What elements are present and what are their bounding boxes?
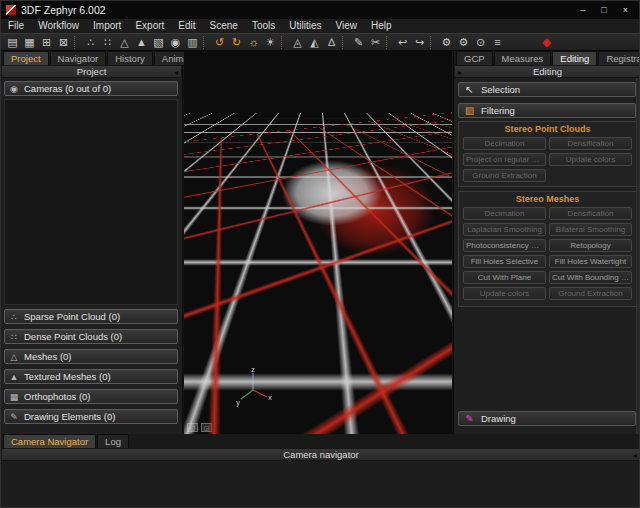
- mesh-update-colors-button[interactable]: Update colors: [463, 287, 546, 300]
- toolbar-separator: [342, 36, 348, 49]
- sliders-icon[interactable]: ≡: [489, 35, 506, 50]
- menu-import[interactable]: Import: [86, 19, 128, 33]
- cut-with-bounding-box-button[interactable]: Cut With Bounding Box: [549, 271, 632, 284]
- menu-view[interactable]: View: [329, 19, 365, 33]
- import-photos-icon[interactable]: ⊞: [38, 35, 55, 50]
- menu-export[interactable]: Export: [128, 19, 171, 33]
- mesh-icon[interactable]: △: [116, 35, 133, 50]
- titlebar: 3DF Zephyr 6.002 – □ ×: [1, 1, 640, 19]
- cameras-item[interactable]: ◉ Cameras (0 out of 0): [4, 81, 178, 96]
- sparse-cloud-icon[interactable]: ∴: [82, 35, 99, 50]
- cut-icon[interactable]: ✂: [367, 35, 384, 50]
- menu-utilities[interactable]: Utilities: [282, 19, 328, 33]
- viewport-3d[interactable]: z x y ◱ ◲: [184, 51, 452, 434]
- project-tree-area[interactable]: [4, 99, 178, 305]
- tab-navigator[interactable]: Navigator: [50, 51, 107, 65]
- orthophoto-icon[interactable]: ▧: [150, 35, 167, 50]
- viewport-mini-buttons: ◱ ◲: [187, 423, 212, 432]
- gear-icon[interactable]: ⚙: [438, 35, 455, 50]
- menu-workflow[interactable]: Workflow: [31, 19, 86, 33]
- plane-tool-icon[interactable]: ◭: [306, 35, 323, 50]
- camera-icon[interactable]: ◉: [167, 35, 184, 50]
- selection-button[interactable]: ↖ Selection: [458, 82, 636, 97]
- selection-button-label: Selection: [481, 84, 520, 95]
- axis-y-line: [241, 390, 253, 399]
- save-project-icon[interactable]: ▦: [21, 35, 38, 50]
- menu-edit[interactable]: Edit: [171, 19, 202, 33]
- drawing-pen-icon: ✎: [464, 413, 475, 424]
- tab-project[interactable]: Project: [3, 51, 49, 65]
- drawing-elements-item[interactable]: ✎ Drawing Elements (0): [4, 409, 178, 424]
- pc-decimation-button[interactable]: Decimation: [463, 137, 546, 150]
- dense-point-clouds-item[interactable]: ∷ Dense Point Clouds (0): [4, 329, 178, 344]
- pc-ground-extraction-button[interactable]: Ground Extraction: [463, 169, 546, 182]
- viewport-toggle-2-button[interactable]: ◲: [201, 423, 212, 432]
- right-panel: GCP Measures Editing Registration Editin…: [453, 51, 640, 434]
- laplacian-smoothing-button[interactable]: Laplacian Smoothing: [463, 223, 546, 236]
- measure-icon[interactable]: ∆: [323, 35, 340, 50]
- orbit-ccw-icon[interactable]: ↺: [211, 35, 228, 50]
- fill-holes-selective-button[interactable]: Fill Holes Selective: [463, 255, 546, 268]
- menu-scene[interactable]: Scene: [203, 19, 245, 33]
- tab-camera-navigator[interactable]: Camera Navigator: [3, 434, 96, 448]
- textured-meshes-item[interactable]: ▲ Textured Meshes (0): [4, 369, 178, 384]
- tab-registration[interactable]: Registration: [598, 51, 640, 65]
- lamp-icon[interactable]: ☀: [262, 35, 279, 50]
- collapse-left-panel-icon[interactable]: ◂: [174, 67, 178, 78]
- tab-gcp[interactable]: GCP: [456, 51, 493, 65]
- meshes-item[interactable]: △ Meshes (0): [4, 349, 178, 364]
- drawing-button-label: Drawing: [481, 413, 516, 424]
- minimize-button[interactable]: –: [580, 5, 585, 15]
- gear2-icon[interactable]: ⚙: [455, 35, 472, 50]
- drawing-button[interactable]: ✎ Drawing: [458, 411, 636, 426]
- target-icon[interactable]: ⊙: [472, 35, 489, 50]
- bilateral-smoothing-button[interactable]: Bilateral Smoothing: [549, 223, 632, 236]
- editing-panel-title: Editing: [533, 66, 562, 77]
- orthophoto-icon: ▦: [9, 392, 19, 402]
- stereo-meshes-title: Stereo Meshes: [459, 192, 636, 204]
- stereo-point-clouds-buttons: Decimation Densification Project on regu…: [459, 134, 636, 185]
- collapse-right-panel-icon[interactable]: ▸: [458, 67, 462, 78]
- sparse-cloud-icon: ∴: [9, 312, 19, 322]
- collapse-bottom-panel-icon[interactable]: ◂: [633, 450, 637, 461]
- pc-project-on-regular-grid-button[interactable]: Project on regular grid: [463, 153, 546, 166]
- tab-log[interactable]: Log: [97, 434, 129, 448]
- triangle-tool-icon[interactable]: ◬: [289, 35, 306, 50]
- pc-update-colors-button[interactable]: Update colors: [549, 153, 632, 166]
- tab-editing[interactable]: Editing: [552, 51, 597, 65]
- tab-measures[interactable]: Measures: [494, 51, 552, 65]
- mesh-decimation-button[interactable]: Decimation: [463, 207, 546, 220]
- cut-with-plane-button[interactable]: Cut With Plane: [463, 271, 546, 284]
- sparse-point-cloud-item[interactable]: ∴ Sparse Point Cloud (0): [4, 309, 178, 324]
- light-bulb-icon[interactable]: ☼: [245, 35, 262, 50]
- left-panel: Project Navigator History Animator Proje…: [1, 51, 183, 434]
- export-icon[interactable]: ⊠: [55, 35, 72, 50]
- orthophotos-item[interactable]: ▦ Orthophotos (0): [4, 389, 178, 404]
- redo-icon[interactable]: ↪: [411, 35, 428, 50]
- toolbar: ▤ ▦ ⊞ ⊠ ∴ ∷ △ ▲ ▧ ◉ ▥ ↺ ↻ ☼ ☀ ◬ ◭ ∆ ✎ ✂ …: [1, 33, 640, 51]
- retopology-button[interactable]: Retopology: [549, 239, 632, 252]
- image-icon[interactable]: ▥: [184, 35, 201, 50]
- maximize-button[interactable]: □: [601, 5, 606, 15]
- undo-icon[interactable]: ↩: [394, 35, 411, 50]
- close-button[interactable]: ×: [623, 5, 628, 15]
- mesh-ground-extraction-button[interactable]: Ground Extraction: [549, 287, 632, 300]
- textured-mesh-icon[interactable]: ▲: [133, 35, 150, 50]
- orbit-cw-icon[interactable]: ↻: [228, 35, 245, 50]
- right-panel-scrollbar[interactable]: [636, 78, 640, 434]
- mesh-densification-button[interactable]: Densification: [549, 207, 632, 220]
- filtering-button[interactable]: ▧ Filtering: [458, 103, 636, 118]
- new-project-icon[interactable]: ▤: [4, 35, 21, 50]
- pc-densification-button[interactable]: Densification: [549, 137, 632, 150]
- fill-holes-watertight-button[interactable]: Fill Holes Watertight: [549, 255, 632, 268]
- menu-file[interactable]: File: [1, 19, 31, 33]
- tab-history[interactable]: History: [107, 51, 153, 65]
- photoconsistency-button[interactable]: Photoconsistency Based Optimization: [463, 239, 546, 252]
- dense-cloud-icon[interactable]: ∷: [99, 35, 116, 50]
- pen-icon[interactable]: ✎: [350, 35, 367, 50]
- menu-help[interactable]: Help: [364, 19, 399, 33]
- viewport-toggle-1-button[interactable]: ◱: [187, 423, 198, 432]
- project-panel-title: Project: [77, 66, 107, 77]
- camera-icon: ◉: [9, 84, 19, 94]
- menu-tools[interactable]: Tools: [245, 19, 282, 33]
